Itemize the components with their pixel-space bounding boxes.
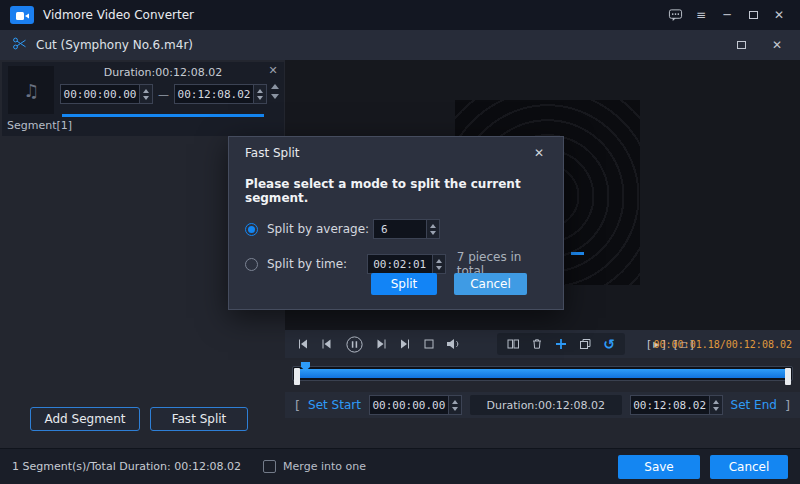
- skip-to-start-icon[interactable]: [295, 334, 311, 354]
- menu-icon[interactable]: ≡: [690, 5, 712, 25]
- trim-end-input-wrap: [630, 395, 723, 415]
- cut-close-icon[interactable]: ✕: [766, 35, 788, 55]
- cut-maximize-icon[interactable]: [730, 35, 752, 55]
- merge-label: Merge into one: [283, 460, 366, 473]
- end-bracket-icon: ]: [785, 398, 790, 413]
- footer-bar: 1 Segment(s)/Total Duration: 00:12:08.02…: [0, 448, 800, 484]
- segment-tools-group: ↺: [497, 333, 625, 355]
- segment-start-input-wrap: [60, 84, 153, 104]
- fast-split-dialog: Fast Split ✕ Please select a mode to spl…: [228, 136, 564, 310]
- timeline-start-handle[interactable]: [294, 368, 300, 385]
- segment-reorder: [271, 84, 279, 99]
- titlebar-controls: ≡ ─ ✕: [664, 5, 790, 25]
- trim-start-spinner[interactable]: [448, 396, 461, 414]
- segment-remove-icon[interactable]: ✕: [266, 64, 280, 77]
- cut-window-title: Cut (Symphony No.6.m4r): [36, 38, 193, 52]
- split-button[interactable]: Split: [371, 273, 437, 295]
- window-title: Vidmore Video Converter: [43, 8, 194, 22]
- time-input-wrap: [367, 254, 446, 274]
- range-dash: —: [158, 88, 169, 101]
- dialog-close-icon[interactable]: ✕: [531, 146, 547, 160]
- minimize-icon[interactable]: ─: [716, 5, 738, 25]
- playback-controls: ↺ [▶] [□] 00:00:01.18/00:12:08.02: [285, 330, 800, 358]
- save-button[interactable]: Save: [618, 455, 700, 479]
- dialog-header: Fast Split ✕: [229, 137, 563, 169]
- segment-end-input[interactable]: [175, 85, 253, 103]
- start-bracket-icon: [: [295, 398, 300, 413]
- add-segment-button[interactable]: Add Segment: [30, 407, 140, 431]
- reset-glyph: ↺: [603, 337, 615, 351]
- titlebar: Vidmore Video Converter ≡ ─ ✕: [0, 0, 800, 30]
- copy-segment-icon[interactable]: [578, 334, 592, 354]
- split-by-time-row: Split by time: 7 pieces in total: [229, 253, 563, 275]
- segment-label: Segment[1]: [7, 119, 72, 132]
- dialog-buttons: Split Cancel: [371, 273, 527, 295]
- preview-dash-icon: [571, 252, 584, 255]
- music-note-icon: ♫: [23, 80, 39, 101]
- footer-buttons: Save Cancel: [618, 455, 788, 479]
- trim-start-input-wrap: [369, 395, 462, 415]
- playback-time: 00:00:01.18/00:12:08.02: [654, 339, 792, 350]
- average-count-input[interactable]: [374, 220, 426, 238]
- split-time-input[interactable]: [368, 255, 432, 273]
- timeline-track[interactable]: [292, 366, 793, 381]
- trim-start-input[interactable]: [370, 396, 448, 414]
- segment-progress-bar: [62, 114, 264, 117]
- trim-end-input[interactable]: [631, 396, 709, 414]
- reset-icon[interactable]: ↺: [602, 334, 616, 354]
- move-down-icon[interactable]: [271, 94, 279, 99]
- play-seg-open: [: [647, 338, 651, 351]
- dialog-message: Please select a mode to split the curren…: [229, 169, 563, 205]
- app-logo-icon: [10, 6, 34, 24]
- merge-checkbox[interactable]: [263, 460, 276, 473]
- volume-icon[interactable]: [445, 334, 461, 354]
- merge-option: Merge into one: [263, 460, 366, 473]
- close-icon[interactable]: ✕: [768, 5, 790, 25]
- segment-duration-label: Duration:00:12:08.02: [62, 66, 264, 79]
- move-up-icon[interactable]: [271, 84, 279, 89]
- timeline-selection: [295, 369, 790, 378]
- maximize-icon[interactable]: [742, 5, 764, 25]
- segment-time-inputs: —: [60, 84, 266, 104]
- app-window: Vidmore Video Converter ≡ ─ ✕ Cut (Symph…: [0, 0, 800, 484]
- pause-icon[interactable]: [343, 334, 365, 354]
- split-by-average-label: Split by average:: [267, 222, 373, 236]
- set-end-button[interactable]: Set End: [731, 398, 777, 412]
- timeline: [285, 362, 800, 386]
- segment-end-spinner[interactable]: [253, 85, 266, 103]
- trim-end-spinner[interactable]: [709, 396, 722, 414]
- total-time: /00:12:08.02: [720, 339, 792, 350]
- frame-back-icon[interactable]: [319, 334, 335, 354]
- footer-cancel-button[interactable]: Cancel: [710, 455, 788, 479]
- average-spinner[interactable]: [426, 220, 439, 238]
- timeline-end-handle[interactable]: [785, 368, 791, 385]
- average-input-wrap: [373, 219, 440, 239]
- add-segment-icon[interactable]: [554, 334, 568, 354]
- stop-icon[interactable]: [421, 334, 437, 354]
- split-by-time-radio[interactable]: [245, 258, 258, 271]
- feedback-icon[interactable]: [664, 5, 686, 25]
- cut-maximize-box: [737, 41, 746, 49]
- split-segment-icon[interactable]: [506, 334, 520, 354]
- segment-end-input-wrap: [174, 84, 267, 104]
- split-by-average-row: Split by average:: [229, 218, 563, 240]
- fast-split-button[interactable]: Fast Split: [150, 407, 248, 431]
- split-by-average-radio[interactable]: [245, 223, 258, 236]
- dialog-title: Fast Split: [245, 146, 300, 160]
- cut-header: Cut (Symphony No.6.m4r) ✕: [0, 30, 800, 60]
- segment-start-input[interactable]: [61, 85, 139, 103]
- set-start-button[interactable]: Set Start: [308, 398, 361, 412]
- skip-to-end-icon[interactable]: [397, 334, 413, 354]
- maximize-box: [749, 11, 758, 19]
- trim-row: [ Set Start Duration:00:12:08.02 Set End…: [285, 392, 800, 418]
- split-time-spinner[interactable]: [432, 255, 445, 273]
- segment-thumbnail[interactable]: ♫: [8, 66, 54, 114]
- cut-header-controls: ✕: [730, 35, 788, 55]
- scissors-icon: [12, 36, 28, 55]
- frame-forward-icon[interactable]: [373, 334, 389, 354]
- dialog-cancel-button[interactable]: Cancel: [454, 273, 527, 295]
- split-by-time-label: Split by time:: [267, 257, 367, 271]
- delete-segment-icon[interactable]: [530, 334, 544, 354]
- segment-start-spinner[interactable]: [139, 85, 152, 103]
- segment-summary: 1 Segment(s)/Total Duration: 00:12:08.02: [12, 460, 241, 473]
